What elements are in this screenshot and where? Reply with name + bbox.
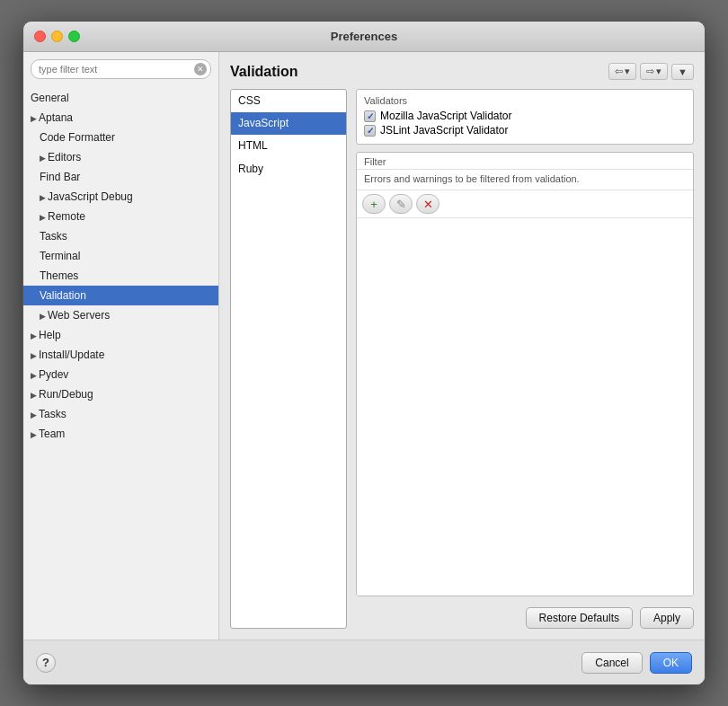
sidebar-item-label: Aptana (39, 111, 73, 124)
sidebar-item-label: Remote (48, 210, 85, 223)
search-box: ✕ (31, 59, 211, 79)
sidebar-item-label: Tasks (40, 230, 67, 243)
sidebar-item-aptana[interactable]: ▶ Aptana (23, 108, 218, 128)
preferences-window: Preferences ✕ General▶ AptanaCode Format… (22, 21, 706, 685)
validators-list: Mozilla JavaScript ValidatorJSLint JavaS… (364, 110, 686, 137)
search-input[interactable] (31, 59, 211, 79)
main-content: ✕ General▶ AptanaCode Formatter▶ Editors… (23, 52, 705, 640)
validator-checkbox-mozilla[interactable] (364, 110, 376, 122)
sidebar-item-editors[interactable]: ▶ Editors (23, 147, 218, 167)
sidebar-item-code-formatter[interactable]: Code Formatter (23, 128, 218, 147)
sidebar-item-team[interactable]: ▶ Team (23, 424, 218, 444)
back-arrow-icon: ⇦ (615, 66, 623, 77)
bottom-bar: ? Cancel OK (23, 640, 705, 684)
language-list: CSSJavaScriptHTMLRuby (230, 89, 347, 629)
window-title: Preferences (331, 30, 397, 43)
right-config: Validators Mozilla JavaScript ValidatorJ… (356, 89, 694, 629)
sidebar-item-javascript-debug[interactable]: ▶ JavaScript Debug (23, 187, 218, 207)
tree-arrow-icon: ▶ (40, 153, 46, 165)
sidebar-item-label: Run/Debug (39, 388, 93, 401)
sidebar-item-label: Find Bar (40, 171, 80, 183)
filter-label: Filter (357, 153, 693, 170)
remove-icon: ✕ (423, 198, 433, 211)
close-button[interactable] (34, 31, 46, 42)
header-nav-icons: ⇦ ▾ ⇨ ▾ ▼ (608, 63, 694, 80)
sidebar-item-label: Validation (40, 289, 86, 302)
tree-arrow-icon: ▶ (40, 212, 46, 225)
sidebar-tree: General▶ AptanaCode Formatter▶ EditorsFi… (23, 86, 218, 640)
restore-defaults-button[interactable]: Restore Defaults (526, 607, 633, 629)
tree-arrow-icon: ▶ (31, 410, 37, 422)
minimize-button[interactable] (51, 31, 63, 42)
tree-arrow-icon: ▶ (31, 350, 37, 363)
panel-title: Validation (230, 64, 298, 80)
tree-arrow-icon: ▶ (31, 370, 37, 383)
sidebar-item-label: Editors (48, 151, 81, 163)
sidebar-item-install-update[interactable]: ▶ Install/Update (23, 345, 218, 365)
lang-item-ruby[interactable]: Ruby (231, 158, 346, 181)
sidebar-item-help[interactable]: ▶ Help (23, 325, 218, 345)
sidebar-item-label: Terminal (40, 250, 80, 262)
lang-item-html[interactable]: HTML (231, 135, 346, 157)
tree-arrow-icon: ▶ (31, 390, 37, 402)
sidebar-item-label: Web Servers (48, 309, 110, 322)
nav-fwd-button[interactable]: ⇨ ▾ (640, 63, 668, 80)
apply-button[interactable]: Apply (640, 607, 694, 629)
fwd-arrow-icon: ⇨ (646, 66, 654, 77)
nav-dropdown-icon: ▾ (625, 66, 630, 77)
bottom-left: ? (36, 653, 56, 673)
filter-add-button[interactable]: + (362, 194, 386, 214)
tree-arrow-icon: ▶ (31, 113, 37, 126)
validators-label: Validators (364, 95, 686, 106)
cancel-button[interactable]: Cancel (582, 652, 642, 674)
view-menu-button[interactable]: ▼ (671, 64, 694, 80)
sidebar-item-find-bar[interactable]: Find Bar (23, 167, 218, 187)
right-panel: Validation ⇦ ▾ ⇨ ▾ ▼ (219, 52, 705, 640)
validators-box: Validators Mozilla JavaScript ValidatorJ… (356, 89, 694, 145)
sidebar-item-remote[interactable]: ▶ Remote (23, 207, 218, 226)
validator-label-mozilla: Mozilla JavaScript Validator (380, 110, 512, 122)
sidebar-item-web-servers[interactable]: ▶ Web Servers (23, 305, 218, 325)
sidebar-item-label: Team (39, 428, 65, 440)
sidebar-item-general[interactable]: General (23, 88, 218, 108)
add-icon: + (370, 198, 377, 211)
filter-hint: Errors and warnings to be filtered from … (357, 170, 693, 190)
language-list-container: CSSJavaScriptHTMLRuby (230, 89, 347, 629)
search-clear-button[interactable]: ✕ (194, 63, 207, 75)
lang-item-javascript[interactable]: JavaScript (231, 112, 346, 135)
sidebar-item-label: JavaScript Debug (48, 190, 133, 203)
sidebar-item-label: Help (39, 329, 61, 341)
titlebar: Preferences (23, 22, 705, 52)
sidebar-item-terminal[interactable]: Terminal (23, 246, 218, 266)
sidebar-item-label: Pydev (39, 368, 68, 381)
nav-back-button[interactable]: ⇦ ▾ (608, 63, 636, 80)
sidebar-item-label: Install/Update (39, 349, 104, 361)
filter-section: Filter Errors and warnings to be filtere… (356, 152, 694, 596)
sidebar: ✕ General▶ AptanaCode Formatter▶ Editors… (23, 52, 219, 640)
sidebar-item-pydev[interactable]: ▶ Pydev (23, 365, 218, 384)
sidebar-item-tasks-top[interactable]: ▶ Tasks (23, 404, 218, 424)
validator-row-mozilla: Mozilla JavaScript Validator (364, 110, 686, 122)
sidebar-item-validation[interactable]: Validation (23, 286, 218, 305)
filter-remove-button[interactable]: ✕ (416, 194, 439, 214)
lang-item-css[interactable]: CSS (231, 90, 346, 112)
filter-toolbar: + ✎ ✕ (357, 190, 693, 218)
validation-area: CSSJavaScriptHTMLRuby Validators Mozilla… (230, 89, 694, 629)
bottom-right: Cancel OK (582, 652, 692, 674)
validator-label-jslint: JSLint JavaScript Validator (380, 124, 509, 137)
sidebar-item-run-debug[interactable]: ▶ Run/Debug (23, 384, 218, 404)
tree-arrow-icon: ▶ (31, 429, 37, 442)
ok-button[interactable]: OK (650, 652, 692, 674)
filter-edit-button[interactable]: ✎ (389, 194, 413, 214)
nav-fwd-dropdown-icon: ▾ (656, 66, 661, 77)
sidebar-item-label: Code Formatter (40, 131, 115, 144)
help-button[interactable]: ? (36, 653, 56, 673)
maximize-button[interactable] (68, 31, 80, 42)
restore-defaults-container: Restore Defaults Apply (356, 604, 694, 629)
tree-arrow-icon: ▶ (40, 311, 46, 323)
sidebar-item-themes[interactable]: Themes (23, 266, 218, 286)
tree-arrow-icon: ▶ (31, 331, 37, 343)
validator-checkbox-jslint[interactable] (364, 125, 376, 137)
sidebar-item-tasks[interactable]: Tasks (23, 226, 218, 246)
filter-list (357, 218, 693, 596)
